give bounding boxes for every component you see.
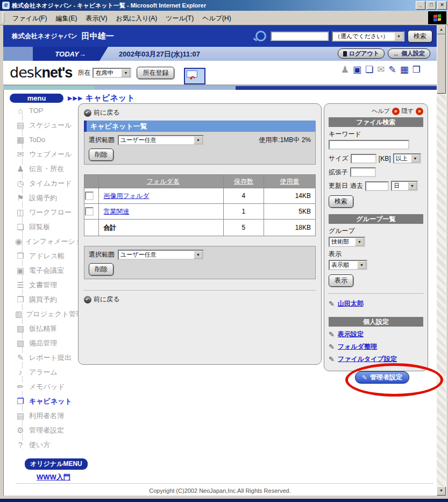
- delete-button[interactable]: 削除: [89, 149, 113, 161]
- network-icon[interactable]: ▣: [353, 65, 361, 74]
- sidebar-item-webmail[interactable]: ✉ウェブメール: [15, 147, 79, 161]
- personal-settings-button[interactable]: ↔ 個人設定: [388, 48, 430, 59]
- chevron-down-icon[interactable]: ▼: [194, 251, 203, 259]
- sidebar-item-circular-board[interactable]: ❏回覧板: [15, 220, 79, 234]
- sidebar-item-address-book[interactable]: ❒アドレス帳: [15, 249, 79, 263]
- folder-link[interactable]: 画像用フォルダ: [103, 192, 149, 200]
- help-link[interactable]: ヘルプ: [372, 107, 390, 115]
- menubar-item[interactable]: 編集(E): [51, 13, 81, 24]
- sidebar-item-expense[interactable]: ▨仮払精算: [15, 321, 79, 336]
- sidebar-item-project-mgmt[interactable]: ▥プロジェクト管理: [15, 307, 79, 321]
- sidebar-item-schedule[interactable]: ▤スケジュール: [15, 118, 79, 132]
- mail-icon[interactable]: ✉: [377, 65, 385, 74]
- personal-setting-link[interactable]: 表示設定: [338, 330, 364, 339]
- column-header-folder[interactable]: フォルダ名: [99, 175, 224, 188]
- sidebar-item-user-list[interactable]: ▤利用者名簿: [15, 408, 79, 423]
- scope2-select[interactable]: ユーザー任意 ▼: [118, 250, 204, 260]
- date-unit-select[interactable]: 日 ▼: [391, 181, 418, 191]
- sidebar-item-usage-help[interactable]: ?使い方: [15, 437, 79, 452]
- row-checkbox[interactable]: [85, 207, 94, 216]
- row-checkbox[interactable]: [85, 192, 94, 200]
- sidebar-item-workflow[interactable]: ◫ワークフロー: [15, 205, 79, 220]
- file-search-button[interactable]: 検索: [329, 195, 353, 208]
- www-link[interactable]: WWW入門: [37, 472, 70, 482]
- folder-link[interactable]: 営業関連: [103, 208, 129, 215]
- menubar-grip[interactable]: [2, 12, 5, 23]
- sidebar-item-report[interactable]: ✎レポート提出: [15, 350, 79, 365]
- scroll-down-icon[interactable]: ▼: [437, 486, 446, 496]
- size-operator-select[interactable]: 以上 ▼: [393, 153, 421, 164]
- logout-button[interactable]: ログアウト: [338, 48, 385, 59]
- sort-select[interactable]: 表示順 ▼: [329, 260, 367, 270]
- admin-settings-button[interactable]: ✎ 管理者設定: [355, 371, 409, 384]
- global-search-button[interactable]: 検索: [408, 30, 432, 43]
- menubar-item[interactable]: ファイル(F): [8, 13, 51, 24]
- chevron-down-icon[interactable]: ▼: [408, 182, 417, 190]
- scrollbar-thumb[interactable]: [437, 34, 446, 94]
- sidebar-item-document-mgmt[interactable]: ☰文書管理: [15, 278, 79, 292]
- delete2-button[interactable]: 削除: [89, 263, 113, 275]
- chevron-down-icon[interactable]: ▼: [411, 154, 420, 162]
- group-user-link[interactable]: 山田太郎: [338, 299, 364, 308]
- write-icon[interactable]: ✎: [388, 65, 396, 74]
- size-input[interactable]: [351, 154, 376, 164]
- column-header-size[interactable]: 使用量: [264, 175, 315, 188]
- sidebar-item-timecard[interactable]: ◷タイムカード: [15, 176, 79, 190]
- sidebar-item-message-presence[interactable]: ♟伝言・所在: [15, 161, 79, 176]
- presence-register-button[interactable]: 所在登録: [137, 67, 174, 79]
- chevron-down-icon[interactable]: ▼: [121, 69, 130, 77]
- calendar-icon[interactable]: ▦: [400, 65, 409, 74]
- menubar-item[interactable]: ヘルプ(H): [198, 13, 236, 24]
- sidebar-item-cabinet[interactable]: ❐キャビネット: [15, 394, 79, 408]
- sidebar-item-todo[interactable]: ▦ToDo: [15, 132, 79, 147]
- sidebar-item-purchase[interactable]: ❐購買予約: [15, 292, 79, 307]
- keyword-input[interactable]: [329, 140, 409, 150]
- chevron-down-icon[interactable]: ▼: [194, 136, 203, 144]
- book-icon[interactable]: ❒: [413, 65, 421, 74]
- sidebar-item-facility[interactable]: ⚑設備予約: [15, 190, 79, 205]
- hide-arrow-icon[interactable]: »: [416, 108, 423, 115]
- table-row: 営業関連15KB: [84, 204, 316, 220]
- sidebar-item-equipment[interactable]: ▧備品管理: [15, 336, 79, 350]
- column-header-count[interactable]: 保存数: [224, 175, 264, 188]
- back-link-bottom[interactable]: ↶ 前に戻る: [84, 295, 316, 304]
- global-search-input[interactable]: [271, 31, 329, 41]
- extension-input[interactable]: [350, 167, 376, 177]
- mobile-icon[interactable]: ❏: [365, 65, 373, 74]
- user-list-icon: ▤: [15, 412, 26, 420]
- close-button[interactable]: ✕: [437, 1, 447, 10]
- personal-setting-link[interactable]: フォルダ整理: [338, 342, 377, 351]
- back-link[interactable]: ↶ 前に戻る: [84, 108, 316, 117]
- vertical-scrollbar[interactable]: ▲ ▼: [437, 25, 446, 496]
- sidebar-item-admin-settings[interactable]: ⚙管理者設定: [15, 423, 79, 437]
- chevron-down-icon[interactable]: ▼: [355, 238, 364, 246]
- help-arrow-icon[interactable]: »: [392, 108, 400, 115]
- past-days-input[interactable]: [365, 181, 389, 191]
- chevron-down-icon[interactable]: ▼: [357, 261, 366, 269]
- presence-select[interactable]: 在席中 ▼: [93, 68, 131, 78]
- menubar-item[interactable]: お気に入り(A): [111, 13, 161, 24]
- menubar-item[interactable]: ツール(T): [161, 13, 198, 24]
- screen-layout-icon[interactable]: ↶: [184, 68, 205, 84]
- chevron-down-icon[interactable]: ▼: [394, 32, 403, 40]
- group-show-button[interactable]: 表示: [329, 274, 353, 287]
- sidebar-item-e-meeting[interactable]: ▣電子会議室: [15, 263, 79, 278]
- minimize-button[interactable]: _: [416, 1, 425, 10]
- sidebar-item-memopad[interactable]: ✏メモパッド: [15, 379, 79, 394]
- sidebar-item-alarm[interactable]: ♪アラーム: [15, 365, 79, 379]
- search-category-select[interactable]: （選んでください） ▼: [332, 31, 404, 41]
- group-select[interactable]: 技術部 ▼: [329, 237, 365, 247]
- menubar-item[interactable]: 表示(V): [81, 13, 111, 24]
- personal-setting-link[interactable]: ファイルタイプ設定: [338, 355, 397, 364]
- sidebar-item-label: スケジュール: [29, 121, 72, 130]
- today-tab[interactable]: TODAY→: [33, 47, 108, 61]
- original-menu-button[interactable]: オリジナルMENU: [25, 458, 88, 470]
- scope-select[interactable]: ユーザー任意 ▼: [118, 135, 204, 145]
- hide-link[interactable]: 隠す: [402, 107, 414, 115]
- menu-pill-button[interactable]: menu: [10, 94, 63, 103]
- sidebar-item-home[interactable]: ⌂TOP: [15, 103, 79, 118]
- scroll-up-icon[interactable]: ▲: [437, 25, 446, 34]
- maximize-button[interactable]: □: [426, 1, 436, 10]
- user-icon[interactable]: ♟: [341, 65, 349, 74]
- sidebar-item-information[interactable]: ◉インフォメーション: [15, 234, 79, 249]
